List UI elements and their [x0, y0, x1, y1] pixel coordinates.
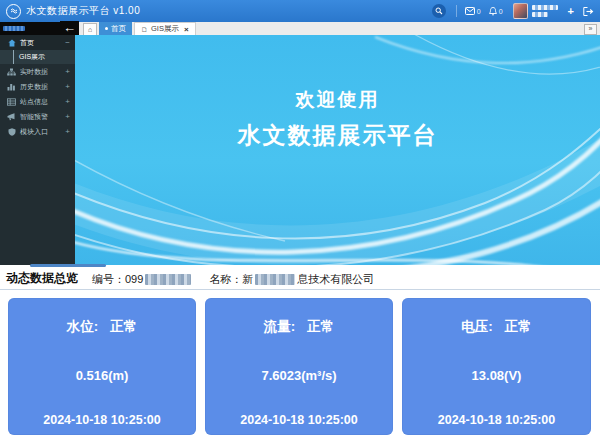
flow-card[interactable]: 流量:正常 7.6023(m³/s) 2024-10-18 10:25:00 [205, 298, 393, 435]
megaphone-icon [7, 113, 16, 121]
bar-chart-icon [7, 83, 16, 91]
status-badge: 正常 [110, 319, 137, 334]
app-window: 水文数据展示平台 v1.00 0 0 + ← ⌂ [0, 0, 600, 445]
app-title: 水文数据展示平台 v1.00 [26, 4, 140, 18]
tab-gis-label: GIS展示 [151, 24, 179, 34]
card-timestamp: 2024-10-18 10:25:00 [205, 413, 393, 427]
card-timestamp: 2024-10-18 10:25:00 [8, 413, 196, 427]
search-icon[interactable] [432, 4, 446, 18]
tab-gis[interactable]: 🗋 GIS展示 × [134, 22, 196, 35]
sidebar-item-label: 首页 [20, 38, 34, 48]
sidebar-subitem-gis[interactable]: GIS展示 [0, 50, 75, 64]
sidebar-header-redacted-text [3, 26, 25, 31]
sidebar-item-home[interactable]: 首页 − [0, 35, 75, 50]
card-label: 流量: [264, 319, 296, 334]
header-divider [456, 5, 457, 17]
card-title: 电压:正常 [402, 318, 591, 336]
back-arrow-button[interactable]: ← [60, 21, 79, 35]
sitemap-icon [7, 68, 16, 76]
tab-dot-icon [105, 27, 108, 30]
welcome-line2: 水文数据展示平台 [75, 120, 600, 151]
welcome-text: 欢迎使用 水文数据展示平台 [75, 87, 600, 151]
station-id-redacted [145, 274, 191, 285]
sidebar-item-history-data[interactable]: 历史数据 + [0, 79, 75, 94]
status-badge: 正常 [505, 319, 532, 334]
card-title: 流量:正常 [205, 318, 393, 336]
bell-count-badge: 0 [499, 8, 503, 15]
tab-overflow-button[interactable]: » [584, 24, 597, 35]
card-label: 水位: [67, 319, 99, 334]
expand-icon: + [65, 127, 70, 136]
overview-bar: 动态数据总览 编号：099 名称：新息技术有限公司 [0, 267, 600, 290]
station-id-label: 编号： [92, 273, 125, 285]
sidebar-item-label: 智能预警 [20, 112, 48, 122]
tab-home[interactable]: 首页 [99, 22, 132, 35]
welcome-banner: 欢迎使用 水文数据展示平台 [75, 35, 600, 265]
logout-icon [583, 7, 594, 16]
station-name-label: 名称： [209, 273, 242, 285]
card-label: 电压: [461, 319, 493, 334]
sidebar-item-label: 模块入口 [20, 127, 48, 137]
home-icon [7, 39, 16, 47]
bell-icon [489, 7, 497, 16]
expand-icon: + [65, 82, 70, 91]
card-timestamp: 2024-10-18 10:25:00 [402, 413, 591, 427]
sidebar-item-smart-alert[interactable]: 智能预警 + [0, 109, 75, 124]
expand-icon: + [65, 67, 70, 76]
mail-icon [465, 7, 475, 15]
card-value: 7.6023(m³/s) [205, 368, 393, 383]
station-id: 编号：099 [92, 269, 193, 287]
sidebar-item-label: 实时数据 [20, 67, 48, 77]
sidebar-item-station-info[interactable]: 站点信息 + [0, 94, 75, 109]
sidebar-submenu: GIS展示 [0, 50, 75, 64]
welcome-line1: 欢迎使用 [75, 87, 600, 113]
table-icon [7, 98, 16, 106]
station-name-redacted [255, 274, 295, 285]
expand-icon: + [65, 97, 70, 106]
expand-icon: + [65, 112, 70, 121]
station-name-prefix: 新 [242, 273, 253, 285]
overview-title: 动态数据总览 [6, 270, 78, 287]
status-badge: 正常 [307, 319, 334, 334]
notifications-button[interactable]: 0 [489, 7, 503, 16]
messages-button[interactable]: 0 [465, 7, 481, 15]
voltage-card[interactable]: 电压:正常 13.08(V) 2024-10-18 10:25:00 [402, 298, 591, 435]
tab-home-label: 首页 [111, 24, 126, 34]
app-logo-icon [6, 4, 21, 19]
card-title: 水位:正常 [8, 318, 196, 336]
sidebar-item-label: 历史数据 [20, 82, 48, 92]
user-name-redacted [532, 5, 558, 17]
tab-bar: ← ⌂ 首页 🗋 GIS展示 × » [0, 22, 600, 36]
shield-icon [7, 128, 16, 136]
sidebar: 首页 − GIS展示 实时数据 + 历史数据 + [0, 35, 75, 265]
sidebar-item-realtime-data[interactable]: 实时数据 + [0, 64, 75, 79]
user-avatar[interactable] [513, 3, 528, 19]
sidebar-header: ← [0, 22, 75, 35]
document-icon: 🗋 [141, 26, 148, 33]
add-button[interactable]: + [568, 5, 574, 17]
station-id-value: 099 [125, 273, 143, 285]
sidebar-item-label: 站点信息 [20, 97, 48, 107]
water-level-card[interactable]: 水位:正常 0.516(m) 2024-10-18 10:25:00 [8, 298, 196, 435]
sidebar-subitem-label: GIS展示 [19, 52, 45, 62]
station-name-suffix: 息技术有限公司 [297, 273, 374, 285]
card-value: 13.08(V) [402, 368, 591, 383]
tab-close-icon[interactable]: × [184, 25, 189, 34]
card-value: 0.516(m) [8, 368, 196, 383]
logout-button[interactable] [583, 7, 594, 16]
mail-count-badge: 0 [477, 8, 481, 15]
home-icon: ⌂ [88, 26, 92, 33]
top-header: 水文数据展示平台 v1.00 0 0 + [0, 0, 600, 22]
station-name: 名称：新息技术有限公司 [209, 269, 374, 287]
sidebar-item-modules[interactable]: 模块入口 + [0, 124, 75, 139]
collapse-icon: − [65, 38, 70, 47]
